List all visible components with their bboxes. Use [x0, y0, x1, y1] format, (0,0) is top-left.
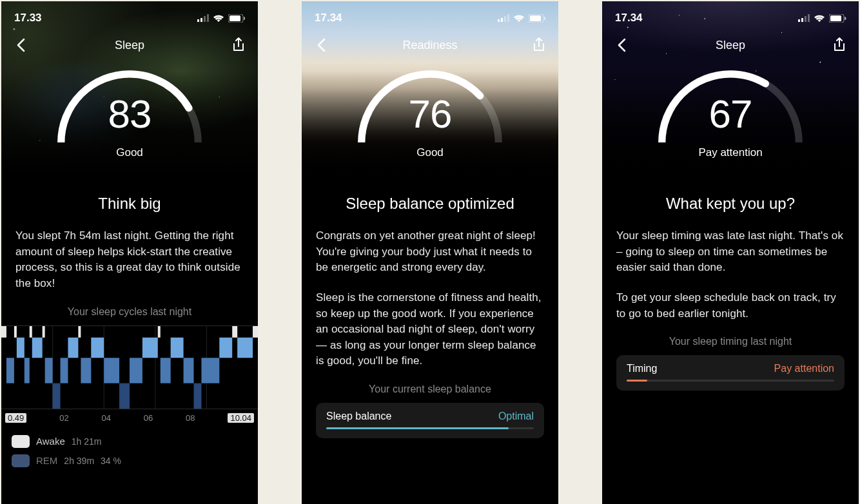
legend-duration: 1h 21m — [72, 436, 102, 447]
legend-duration: 2h 39m — [64, 456, 94, 466]
content-area[interactable]: Think big You slept 7h 54m last night. G… — [1, 175, 258, 504]
metric-bar — [326, 427, 534, 429]
svg-rect-33 — [184, 358, 194, 383]
svg-rect-45 — [530, 15, 541, 21]
score-label: Good — [116, 146, 143, 159]
nav-bar: Readiness — [302, 27, 558, 63]
wifi-icon — [513, 14, 525, 23]
legend-item-rem[interactable]: REM 2h 39m 34 % — [12, 451, 248, 470]
metric-name: Timing — [627, 363, 657, 374]
body-paragraph: Congrats on yet another great night of s… — [316, 228, 544, 276]
status-icons — [197, 14, 245, 23]
back-button[interactable] — [311, 35, 331, 55]
metric-name: Sleep balance — [326, 411, 391, 422]
chevron-left-icon — [16, 38, 25, 52]
share-button[interactable] — [228, 35, 249, 55]
svg-rect-28 — [130, 358, 142, 383]
svg-rect-31 — [161, 358, 171, 383]
score-gauge: 83 Good — [49, 62, 210, 159]
headline: Sleep balance optimized — [316, 195, 544, 213]
svg-rect-21 — [61, 358, 68, 383]
status-time: 17.33 — [14, 12, 42, 24]
chevron-left-icon — [317, 38, 326, 52]
legend-swatch — [12, 435, 30, 448]
svg-rect-16 — [30, 326, 32, 338]
screen-readiness: 17.34 Readiness 76 Good Slee — [302, 1, 558, 504]
svg-rect-27 — [119, 383, 130, 408]
page-title: Sleep — [31, 39, 228, 52]
svg-rect-0 — [197, 19, 199, 22]
x-tick: 0.49 — [5, 413, 26, 423]
body-paragraph: You slept 7h 54m last night. Getting the… — [15, 228, 244, 292]
svg-rect-20 — [53, 383, 61, 408]
status-bar: 17.34 — [302, 6, 558, 27]
score-value: 67 — [709, 91, 752, 137]
share-button[interactable] — [829, 35, 850, 55]
sleep-cycles-chart[interactable] — [1, 325, 258, 409]
legend-swatch — [12, 454, 30, 467]
svg-rect-22 — [68, 337, 78, 358]
x-tick: 08 — [186, 413, 195, 423]
hero-area: 17.34 Readiness 76 Good — [302, 1, 558, 175]
svg-rect-47 — [798, 19, 800, 22]
svg-rect-43 — [507, 14, 509, 22]
signal-icon — [498, 14, 509, 22]
battery-icon — [529, 14, 545, 23]
svg-rect-3 — [207, 14, 209, 22]
share-icon — [833, 37, 846, 53]
svg-rect-32 — [171, 337, 184, 358]
share-button[interactable] — [529, 35, 549, 55]
legend-item-awake[interactable]: Awake 1h 21m — [12, 432, 248, 451]
svg-rect-24 — [81, 358, 91, 383]
score-gauge: 67 Pay attention — [650, 62, 811, 159]
hero-area: 17.34 Sleep 67 Pay attention — [602, 1, 859, 175]
svg-rect-36 — [219, 337, 232, 358]
legend-pct: 34 % — [101, 456, 121, 466]
chart-x-axis: 0.49 02 04 06 08 10.04 — [1, 412, 258, 424]
svg-rect-19 — [45, 358, 53, 383]
svg-rect-40 — [498, 19, 500, 22]
svg-rect-37 — [232, 326, 237, 338]
metric-card-sleep-balance[interactable]: Sleep balance Optimal — [316, 403, 544, 438]
section-label: Your sleep cycles last night — [15, 306, 244, 318]
back-button[interactable] — [611, 35, 632, 55]
svg-rect-6 — [244, 17, 245, 20]
chevron-left-icon — [617, 38, 626, 52]
metric-card-timing[interactable]: Timing Pay attention — [616, 355, 845, 391]
svg-rect-12 — [6, 358, 14, 383]
status-bar: 17.33 — [1, 6, 258, 27]
svg-rect-34 — [194, 383, 202, 408]
svg-rect-52 — [830, 15, 841, 21]
share-icon — [533, 37, 545, 53]
x-tick: 10.04 — [228, 413, 254, 423]
svg-rect-14 — [17, 337, 24, 358]
screen-sleep-good: 17.33 Sleep 83 Good Think bi — [1, 1, 258, 504]
section-label: Your sleep timing last night — [616, 336, 845, 347]
share-icon — [232, 37, 245, 53]
score-value: 83 — [108, 91, 151, 137]
svg-rect-39 — [253, 326, 258, 338]
svg-rect-11 — [1, 326, 6, 338]
svg-rect-5 — [230, 15, 240, 21]
svg-rect-35 — [201, 358, 219, 383]
headline: What kept you up? — [616, 195, 845, 213]
svg-rect-41 — [501, 18, 503, 22]
status-bar: 17.34 — [602, 6, 859, 27]
x-tick: 02 — [59, 413, 68, 423]
battery-icon — [829, 14, 846, 23]
content-area[interactable]: Sleep balance optimized Congrats on yet … — [302, 175, 558, 504]
score-label: Pay attention — [698, 146, 762, 159]
page-title: Readiness — [331, 39, 529, 52]
signal-icon — [798, 14, 810, 22]
hero-area: 17.33 Sleep 83 Good — [1, 1, 258, 175]
body-paragraph: Sleep is the cornerstone of fitness and … — [316, 290, 544, 369]
svg-rect-13 — [14, 326, 17, 338]
content-area[interactable]: What kept you up? Your sleep timing was … — [602, 175, 859, 504]
wifi-icon — [814, 14, 825, 23]
legend-name: REM — [36, 455, 57, 466]
back-button[interactable] — [10, 35, 31, 55]
page-title: Sleep — [632, 39, 829, 52]
section-label: Your current sleep balance — [316, 383, 544, 395]
svg-rect-1 — [200, 18, 202, 22]
svg-rect-15 — [24, 358, 30, 383]
